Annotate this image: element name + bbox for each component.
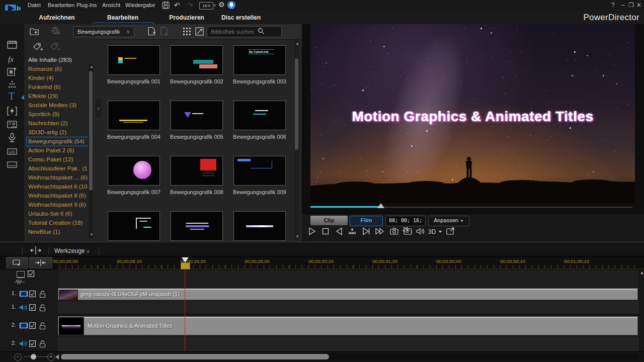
new-title-icon[interactable] [146, 26, 156, 36]
search-icon[interactable] [258, 28, 265, 35]
library-item-thumbnail[interactable] [233, 156, 286, 186]
category-item[interactable]: Sportlich (9) [28, 110, 88, 119]
menu-bearbeiten[interactable]: Bearbeiten [48, 2, 74, 8]
track-manager-button[interactable] [6, 257, 28, 268]
library-scroll-up-icon[interactable]: ▲ [295, 42, 299, 46]
timeline-hscrollbar-thumb[interactable] [61, 354, 329, 359]
zoom-out-button[interactable]: − [14, 353, 22, 361]
menu-wiedergabe[interactable]: Wiedergabe [125, 2, 155, 8]
notifications-icon[interactable] [227, 1, 235, 9]
library-item-thumbnail[interactable] [171, 45, 223, 75]
category-item[interactable]: Comic-Paket (12) [28, 155, 88, 164]
category-item[interactable]: NewBlue (1) [28, 228, 88, 236]
undock-icon[interactable] [446, 227, 459, 237]
timecode-display[interactable]: 00; 00; 16; 29 [385, 216, 426, 226]
track-lock-icon[interactable] [39, 340, 46, 348]
library-item-thumbnail[interactable] [108, 101, 160, 130]
thumbnail-size-icon[interactable] [195, 27, 204, 36]
scroll-left-icon[interactable] [55, 354, 59, 359]
category-item[interactable]: Weihnachtspaket 9 (6) [28, 201, 88, 209]
tab-discerstellen[interactable]: Disc erstellen [221, 14, 261, 21]
category-item[interactable]: Action Paket 2 (6) [28, 146, 88, 155]
stop-icon[interactable] [321, 227, 334, 237]
timeline-clip[interactable]: Motion Graphics & Animated Titles [58, 316, 638, 335]
minimize-button[interactable]: – [621, 2, 625, 9]
category-item[interactable]: Weihnachtspaket 6 (10) [28, 183, 88, 191]
category-item[interactable]: Effekte (29) [28, 92, 88, 101]
library-search-input[interactable] [207, 26, 282, 37]
menu-datei[interactable]: Datei [28, 2, 41, 8]
split-clip-icon[interactable] [30, 246, 41, 255]
tab-produzieren[interactable]: Produzieren [169, 14, 204, 21]
timeline-vertical-scrollbar[interactable] [639, 270, 644, 351]
category-item[interactable]: Alle Inhalte (283) [28, 56, 88, 64]
playhead-grip[interactable] [182, 257, 189, 262]
playhead-marker[interactable] [181, 262, 190, 269]
collapse-panel-chevron-left-icon[interactable]: ‹ [96, 99, 102, 118]
menu-ansicht[interactable]: Ansicht [102, 2, 120, 8]
transition-room-icon[interactable] [7, 106, 19, 118]
zoom-in-button[interactable]: + [47, 353, 55, 361]
grid-view-icon[interactable] [183, 28, 191, 36]
timeline-clip[interactable]: greg-rakozy-0LU4vO5iFpM-unsplash (1) [58, 288, 638, 300]
help-button[interactable]: ? [611, 2, 615, 9]
library-item-thumbnail[interactable] [233, 211, 286, 241]
track-enable-checkbox[interactable] [29, 304, 36, 311]
library-item-thumbnail[interactable] [171, 101, 223, 130]
display-options-icon[interactable] [403, 227, 416, 237]
category-item[interactable]: 3D/3D-artig (2) [28, 128, 88, 137]
category-scroll-down-icon[interactable]: ▼ [90, 233, 94, 237]
category-item[interactable]: Kinder (4) [28, 74, 88, 82]
title-room-icon[interactable]: T [7, 90, 19, 103]
library-item-thumbnail[interactable] [108, 156, 160, 186]
category-item[interactable]: Tutorial Creation (18) [28, 219, 88, 227]
library-scroll-down-icon[interactable]: ▼ [295, 235, 299, 239]
track-lock-icon[interactable] [39, 290, 46, 298]
audio-track-lane[interactable] [58, 336, 639, 351]
undo-icon[interactable]: ↶ [174, 1, 180, 9]
previous-frame-icon[interactable] [335, 227, 348, 237]
tab-bearbeiten[interactable]: Bearbeiten [107, 14, 138, 21]
category-item[interactable]: Weihnachtspaket ... (6) [28, 173, 88, 182]
media-room-icon[interactable] [7, 40, 19, 52]
library-scrollbar-thumb[interactable] [295, 58, 298, 150]
menu-plugins[interactable]: Plug-Ins [76, 2, 97, 8]
particle-room-icon[interactable] [7, 79, 19, 92]
waveform-icon[interactable] [15, 279, 25, 285]
track-enable-checkbox[interactable] [28, 270, 34, 277]
aspect-chevron-down-icon[interactable]: ∨ [213, 3, 216, 8]
settings-gear-icon[interactable]: ⚙ [218, 1, 225, 9]
zoom-slider-thumb[interactable] [31, 354, 36, 359]
category-item[interactable]: Funkelnd (6) [28, 83, 88, 92]
library-item-thumbnail[interactable] [171, 211, 223, 241]
play-icon[interactable] [307, 227, 320, 237]
add-tag-icon[interactable] [32, 42, 43, 52]
track-lock-icon[interactable] [39, 304, 46, 312]
save-icon[interactable] [162, 2, 170, 9]
category-item[interactable]: Weihnachtspaket 8 (6) [28, 192, 88, 200]
library-item-thumbnail[interactable] [108, 211, 160, 241]
fast-forward-icon[interactable] [375, 227, 388, 237]
category-item[interactable]: Urlaubs-Set 6 (6) [28, 210, 88, 218]
restore-button[interactable]: ❐ [628, 2, 634, 9]
subtitle-room-icon[interactable] [7, 159, 19, 171]
snapshot-icon[interactable] [389, 227, 403, 237]
pip-objects-room-icon[interactable] [7, 66, 19, 78]
tab-aufzeichnen[interactable]: Aufzeichnen [39, 14, 74, 21]
audio-track-lane[interactable] [58, 301, 639, 314]
category-scrollbar-thumb[interactable] [89, 71, 93, 191]
track-enable-checkbox[interactable] [29, 340, 36, 347]
track-lock-icon[interactable] [39, 322, 46, 330]
audio-mixing-room-icon[interactable] [7, 119, 19, 131]
seek-bar-thumb[interactable] [377, 203, 384, 208]
category-item[interactable]: Soziale Medien (3) [28, 101, 88, 110]
timeline-scroll-up-icon[interactable]: ▲ [640, 271, 644, 275]
fx-track-lane[interactable] [58, 270, 639, 287]
close-button[interactable]: ✕ [636, 2, 641, 9]
category-item[interactable]: Nachrichten (2) [28, 119, 88, 128]
fit-dropdown[interactable]: Anpassen ▼ [428, 216, 469, 226]
zoom-slider-track[interactable] [24, 356, 49, 357]
chapter-room-icon[interactable]: 123 [7, 146, 19, 158]
category-item[interactable]: Abschlussfeier Pak.. (12) [28, 164, 88, 173]
track-display-icon[interactable] [17, 271, 25, 278]
